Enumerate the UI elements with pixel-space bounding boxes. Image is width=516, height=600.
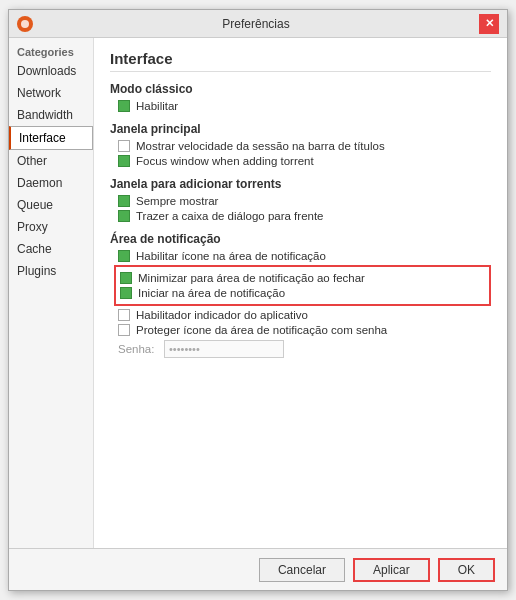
sidebar-item-cache[interactable]: Cache bbox=[9, 238, 93, 260]
close-button[interactable]: ✕ bbox=[479, 14, 499, 34]
checkbox-minimizar[interactable] bbox=[120, 272, 132, 284]
label-proteger: Proteger ícone da área de notificação co… bbox=[136, 324, 387, 336]
option-sempre-mostrar: Sempre mostrar bbox=[118, 195, 491, 207]
sidebar-item-queue[interactable]: Queue bbox=[9, 194, 93, 216]
sidebar-item-bandwidth[interactable]: Bandwidth bbox=[9, 104, 93, 126]
window-title: Preferências bbox=[222, 17, 289, 31]
checkbox-iniciar-na[interactable] bbox=[120, 287, 132, 299]
label-focus-window: Focus window when adding torrent bbox=[136, 155, 314, 167]
option-mostrar-velocidade: Mostrar velocidade da sessão na barra de… bbox=[118, 140, 491, 152]
option-habilitar-icone: Habilitar ícone na área de notificação bbox=[118, 250, 491, 262]
option-iniciar-na: Iniciar na área de notificação bbox=[120, 287, 485, 299]
app-icon bbox=[17, 16, 33, 32]
label-habilitar: Habilitar bbox=[136, 100, 178, 112]
option-habilitar: Habilitar bbox=[118, 100, 491, 112]
checkbox-proteger[interactable] bbox=[118, 324, 130, 336]
sidebar-item-interface[interactable]: Interface bbox=[9, 126, 93, 150]
checkbox-habilitar-icone[interactable] bbox=[118, 250, 130, 262]
sidebar-item-other[interactable]: Other bbox=[9, 150, 93, 172]
option-trazer-caixa: Trazer a caixa de diálogo para frente bbox=[118, 210, 491, 222]
main-panel: Interface Modo clássico Habilitar Janela… bbox=[94, 38, 507, 548]
label-sempre-mostrar: Sempre mostrar bbox=[136, 195, 218, 207]
sidebar-header: Categories bbox=[9, 42, 93, 60]
cancel-button[interactable]: Cancelar bbox=[259, 558, 345, 582]
ok-button[interactable]: OK bbox=[438, 558, 495, 582]
apply-button[interactable]: Aplicar bbox=[353, 558, 430, 582]
sidebar-item-plugins[interactable]: Plugins bbox=[9, 260, 93, 282]
sidebar-item-proxy[interactable]: Proxy bbox=[9, 216, 93, 238]
panel-title: Interface bbox=[110, 50, 491, 72]
svg-point-0 bbox=[21, 20, 29, 28]
preferences-window: Preferências ✕ Categories Downloads Netw… bbox=[8, 9, 508, 591]
section-notification: Área de notificação bbox=[110, 232, 491, 246]
checkbox-trazer-caixa[interactable] bbox=[118, 210, 130, 222]
section-classic-mode: Modo clássico bbox=[110, 82, 491, 96]
label-habilitar-icone: Habilitar ícone na área de notificação bbox=[136, 250, 326, 262]
label-iniciar-na: Iniciar na área de notificação bbox=[138, 287, 285, 299]
password-input[interactable] bbox=[164, 340, 284, 358]
option-focus-window: Focus window when adding torrent bbox=[118, 155, 491, 167]
label-habilitador: Habilitador indicador do aplicativo bbox=[136, 309, 308, 321]
checkbox-sempre-mostrar[interactable] bbox=[118, 195, 130, 207]
label-mostrar-velocidade: Mostrar velocidade da sessão na barra de… bbox=[136, 140, 385, 152]
checkbox-habilitar[interactable] bbox=[118, 100, 130, 112]
sidebar-item-network[interactable]: Network bbox=[9, 82, 93, 104]
highlighted-options-box: Minimizar para área de notificação ao fe… bbox=[114, 265, 491, 306]
label-trazer-caixa: Trazer a caixa de diálogo para frente bbox=[136, 210, 324, 222]
sidebar-item-downloads[interactable]: Downloads bbox=[9, 60, 93, 82]
label-minimizar: Minimizar para área de notificação ao fe… bbox=[138, 272, 365, 284]
password-label: Senha: bbox=[118, 343, 158, 355]
checkbox-habilitador[interactable] bbox=[118, 309, 130, 321]
option-proteger: Proteger ícone da área de notificação co… bbox=[118, 324, 491, 336]
option-minimizar: Minimizar para área de notificação ao fe… bbox=[120, 272, 485, 284]
title-bar: Preferências ✕ bbox=[9, 10, 507, 38]
checkbox-focus-window[interactable] bbox=[118, 155, 130, 167]
checkbox-mostrar-velocidade[interactable] bbox=[118, 140, 130, 152]
password-row: Senha: bbox=[118, 340, 491, 358]
section-add-torrent: Janela para adicionar torrents bbox=[110, 177, 491, 191]
section-main-window: Janela principal bbox=[110, 122, 491, 136]
footer: Cancelar Aplicar OK bbox=[9, 548, 507, 590]
sidebar: Categories Downloads Network Bandwidth I… bbox=[9, 38, 94, 548]
sidebar-item-daemon[interactable]: Daemon bbox=[9, 172, 93, 194]
content-area: Categories Downloads Network Bandwidth I… bbox=[9, 38, 507, 548]
option-habilitador: Habilitador indicador do aplicativo bbox=[118, 309, 491, 321]
